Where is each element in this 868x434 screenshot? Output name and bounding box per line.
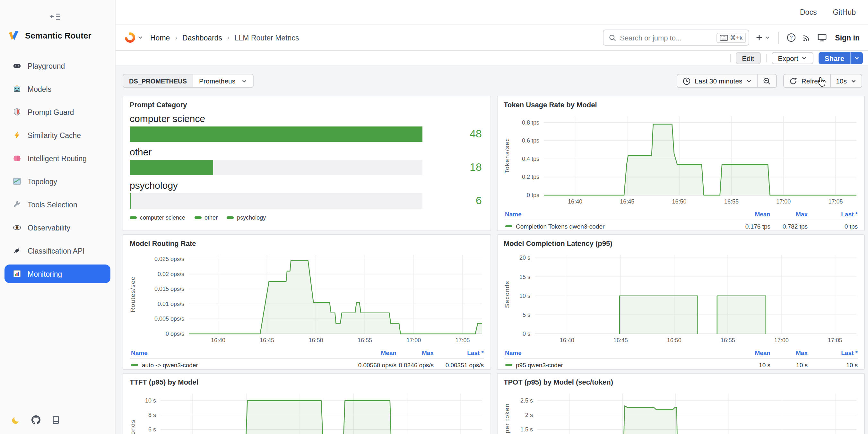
- search-input[interactable]: Search or jump to... ⌘+k: [602, 30, 749, 45]
- svg-text:15 s: 15 s: [519, 274, 530, 280]
- sidebar-item-prompt-guard[interactable]: Prompt Guard: [4, 103, 111, 121]
- legend-row[interactable]: p95 qwen3-coder10 s10 s10 s: [504, 358, 858, 369]
- chevron-down-icon: [746, 78, 752, 84]
- legend-item[interactable]: psychology: [227, 214, 266, 221]
- legend-item[interactable]: computer science: [130, 214, 185, 221]
- time-range-group: Last 30 minutes: [677, 74, 777, 88]
- github-button[interactable]: [31, 415, 40, 424]
- sidebar-item-label: Prompt Guard: [28, 108, 74, 116]
- refresh-button[interactable]: Refresh: [784, 74, 831, 87]
- svg-text:0.01 ops/s: 0.01 ops/s: [158, 301, 184, 307]
- series-color-swatch: [194, 217, 201, 219]
- bar-category-label: psychology: [130, 180, 484, 191]
- sidebar-item-playground[interactable]: Playground: [4, 57, 111, 75]
- datasource-value: Prometheus: [199, 77, 235, 85]
- panel-ttft-p95-by-model: TTFT (p95) by Model0 s2 s4 s6 s8 s10 s16…: [123, 373, 491, 434]
- help-button[interactable]: ?: [786, 33, 796, 42]
- breadcrumb: Home›Dashboards›LLM Router Metrics: [150, 34, 299, 41]
- series-color-swatch: [505, 364, 512, 366]
- share-button[interactable]: Share: [819, 52, 850, 64]
- svg-text:16:45: 16:45: [620, 198, 634, 205]
- legend-header-mean[interactable]: Mean: [340, 349, 397, 356]
- series-max: 10 s: [770, 362, 808, 369]
- brain-icon: [13, 154, 21, 162]
- topbar-link-docs[interactable]: Docs: [800, 8, 817, 16]
- legend-label: computer science: [140, 214, 185, 221]
- panel-token-usage-rate-by-model: Token Usage Rate by Model0 tps0.2 tps0.4…: [497, 96, 865, 231]
- share-button-group: Share: [819, 52, 863, 64]
- chevron-down-icon: [851, 78, 857, 84]
- series-max: 0.0246 ops/s: [397, 362, 434, 369]
- breadcrumb-item-home[interactable]: Home: [150, 34, 170, 41]
- legend-header-mean[interactable]: Mean: [714, 349, 770, 356]
- page-root: Semantic Router PlaygroundModelsPrompt G…: [0, 0, 868, 434]
- svg-text:20 s: 20 s: [519, 254, 530, 261]
- datasource-select[interactable]: Prometheus: [193, 74, 253, 88]
- export-button[interactable]: Export: [771, 52, 814, 64]
- legend-row[interactable]: Completion Tokens qwen3-coder0.176 tps0.…: [504, 220, 858, 230]
- display-button[interactable]: [817, 33, 827, 42]
- series-last: 0 tps: [808, 223, 858, 230]
- refresh-interval-select[interactable]: 10s: [830, 74, 862, 87]
- legend-header-last[interactable]: Last *: [808, 211, 858, 218]
- edit-button[interactable]: Edit: [736, 52, 761, 64]
- refresh-label: Refresh: [802, 77, 825, 85]
- legend-header-max[interactable]: Max: [397, 349, 434, 356]
- series-name: Completion Tokens qwen3-coder: [505, 223, 714, 230]
- breadcrumb-item-dashboards[interactable]: Dashboards: [182, 34, 222, 41]
- chevron-down-icon: [764, 35, 770, 40]
- legend-header-last[interactable]: Last *: [434, 349, 484, 356]
- sidebar-item-models[interactable]: Models: [4, 80, 111, 98]
- topbar-link-github[interactable]: GitHub: [833, 8, 856, 16]
- svg-text:16:55: 16:55: [724, 198, 738, 205]
- divider: [730, 54, 730, 62]
- legend-table: NameMeanMaxLast *Completion Tokens qwen3…: [504, 211, 858, 230]
- svg-text:17:00: 17:00: [776, 198, 790, 205]
- sidebar-item-intelligent-routing[interactable]: Intelligent Routing: [4, 149, 111, 167]
- svg-text:Routes/sec: Routes/sec: [130, 276, 136, 312]
- legend-table-header: NameMeanMaxLast *: [504, 349, 858, 358]
- svg-text:5 s: 5 s: [522, 312, 530, 318]
- book-button[interactable]: [51, 415, 60, 424]
- legend-header-max[interactable]: Max: [770, 349, 808, 356]
- zoom-out-button[interactable]: [757, 74, 776, 87]
- series-color-swatch: [130, 217, 137, 219]
- bar-row: 18: [130, 160, 484, 175]
- grafana-logo-button[interactable]: [125, 32, 143, 43]
- sidebar-item-label: Observability: [28, 224, 70, 231]
- news-button[interactable]: [802, 33, 811, 42]
- legend-row[interactable]: auto -> qwen3-coder0.00560 ops/s0.0246 o…: [130, 358, 484, 369]
- sidebar-item-observability[interactable]: Observability: [4, 218, 111, 237]
- zoom-out-icon: [763, 77, 771, 85]
- svg-text:16:50: 16:50: [309, 337, 323, 343]
- legend-header-name[interactable]: Name: [131, 349, 340, 356]
- legend-header-last[interactable]: Last *: [808, 349, 858, 356]
- legend-header-mean[interactable]: Mean: [714, 211, 770, 218]
- help-icon: ?: [786, 33, 796, 42]
- add-new-button[interactable]: [755, 33, 770, 42]
- shield-icon: [13, 108, 21, 116]
- legend-header-name[interactable]: Name: [505, 349, 714, 356]
- dashboard-controls: DS_PROMETHEUS Prometheus: [123, 74, 865, 88]
- svg-text:?: ?: [790, 35, 793, 40]
- time-range-button[interactable]: Last 30 minutes: [677, 74, 757, 87]
- legend-header-max[interactable]: Max: [770, 211, 808, 218]
- series-name: p95 qwen3-coder: [505, 362, 714, 369]
- sidebar-collapse-button[interactable]: [50, 12, 61, 21]
- sidebar-item-similarity-cache[interactable]: Similarity Cache: [4, 126, 111, 145]
- share-menu-button[interactable]: [850, 52, 863, 64]
- svg-text:8 s: 8 s: [148, 412, 156, 418]
- brand[interactable]: Semantic Router: [8, 30, 115, 42]
- legend-header-name[interactable]: Name: [505, 211, 714, 218]
- sidebar-item-monitoring[interactable]: Monitoring: [4, 265, 111, 283]
- legend-item[interactable]: other: [194, 214, 218, 221]
- sidebar-item-tools-selection[interactable]: Tools Selection: [4, 195, 111, 214]
- sidebar-item-classification-api[interactable]: Classification API: [4, 241, 111, 260]
- bar-fill: [130, 160, 214, 175]
- brand-title: Semantic Router: [25, 31, 92, 40]
- moon-button[interactable]: [11, 415, 21, 424]
- sign-in-button[interactable]: Sign in: [835, 34, 860, 41]
- sidebar-item-topology[interactable]: Topology: [4, 172, 111, 191]
- svg-text:0 ops/s: 0 ops/s: [166, 331, 184, 337]
- robot-icon: [13, 85, 21, 93]
